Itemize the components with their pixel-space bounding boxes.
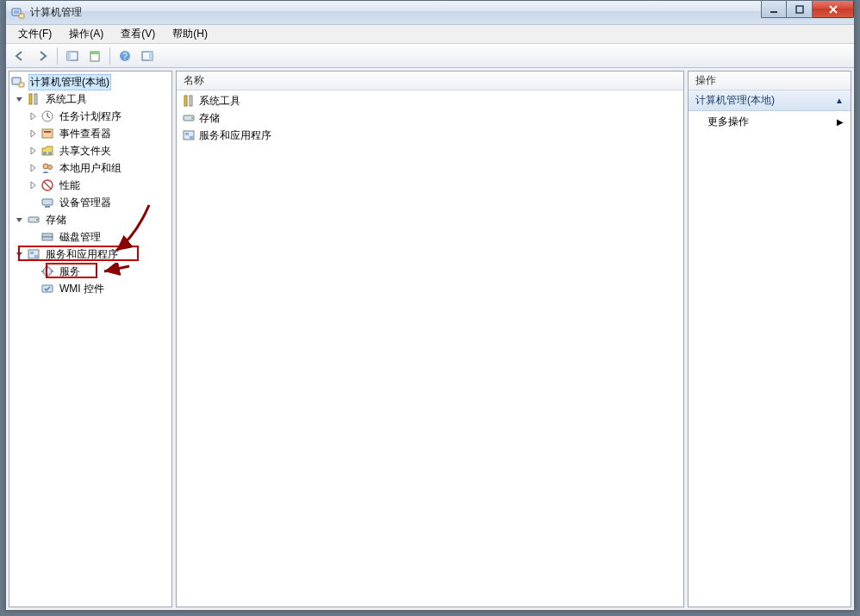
tree-label: 设备管理器 bbox=[58, 196, 113, 210]
gear-icon bbox=[41, 264, 54, 278]
performance-icon bbox=[41, 178, 54, 192]
expander-open-icon[interactable] bbox=[15, 249, 25, 259]
properties-button[interactable] bbox=[84, 47, 105, 65]
svg-rect-6 bbox=[67, 52, 71, 60]
svg-text:?: ? bbox=[122, 52, 128, 61]
svg-point-23 bbox=[48, 165, 53, 170]
expander-closed-icon[interactable] bbox=[28, 111, 39, 121]
help-button[interactable]: ? bbox=[115, 47, 135, 65]
list-item-system-tools[interactable]: 系统工具 bbox=[180, 92, 680, 109]
expander-closed-icon[interactable] bbox=[28, 163, 39, 173]
tree-label: WMI 控件 bbox=[58, 282, 106, 296]
menu-action[interactable]: 操作(A) bbox=[60, 25, 112, 43]
wmi-icon bbox=[41, 282, 54, 296]
tree-task-scheduler[interactable]: 任务计划程序 bbox=[9, 108, 171, 125]
svg-rect-42 bbox=[185, 133, 189, 135]
svg-rect-1 bbox=[14, 10, 19, 14]
tree-services-and-apps[interactable]: 服务和应用程序 bbox=[9, 246, 171, 263]
tree-disk-management[interactable]: 磁盘管理 bbox=[9, 228, 171, 246]
actions-section-title: 计算机管理(本地) bbox=[695, 93, 775, 108]
tree-label: 共享文件夹 bbox=[58, 144, 113, 159]
window-title: 计算机管理 bbox=[30, 5, 82, 20]
shared-folders-icon bbox=[41, 144, 54, 158]
tree-storage[interactable]: 存储 bbox=[9, 211, 171, 228]
expander-closed-icon[interactable] bbox=[28, 146, 39, 156]
tree-root-node[interactable]: 计算机管理(本地) bbox=[9, 73, 171, 90]
tree-event-viewer[interactable]: 事件查看器 bbox=[9, 125, 171, 142]
tree-label: 磁盘管理 bbox=[58, 230, 103, 245]
list-item-label: 服务和应用程序 bbox=[199, 128, 271, 143]
svg-rect-14 bbox=[19, 83, 24, 87]
close-button[interactable] bbox=[813, 1, 854, 18]
expander-open-icon[interactable] bbox=[15, 215, 25, 225]
computer-management-icon bbox=[11, 6, 25, 20]
show-hide-tree-button[interactable] bbox=[62, 47, 83, 65]
minimize-button[interactable] bbox=[761, 1, 787, 18]
tree-performance[interactable]: 性能 bbox=[9, 177, 171, 194]
tree-label: 计算机管理(本地) bbox=[28, 74, 111, 90]
actions-section-header[interactable]: 计算机管理(本地) ▲ bbox=[689, 90, 851, 111]
menubar: 文件(F) 操作(A) 查看(V) 帮助(H) bbox=[6, 25, 854, 44]
tree-system-tools[interactable]: 系统工具 bbox=[9, 90, 171, 108]
menu-help[interactable]: 帮助(H) bbox=[164, 25, 216, 43]
tree-label: 系统工具 bbox=[44, 92, 89, 107]
expander-closed-icon[interactable] bbox=[28, 180, 39, 190]
device-manager-icon bbox=[41, 196, 54, 209]
tree-label: 任务计划程序 bbox=[58, 109, 123, 124]
action-more-actions[interactable]: 更多操作 ▶ bbox=[689, 111, 851, 133]
tree-label: 本地用户和组 bbox=[58, 161, 123, 176]
services-apps-icon bbox=[27, 247, 41, 261]
tree-local-users[interactable]: 本地用户和组 bbox=[9, 159, 171, 177]
svg-rect-37 bbox=[184, 96, 187, 106]
forward-button[interactable] bbox=[32, 47, 53, 65]
svg-rect-12 bbox=[149, 52, 153, 60]
services-apps-icon bbox=[182, 128, 196, 142]
tree-device-manager[interactable]: 设备管理器 bbox=[9, 194, 171, 211]
list-item-label: 系统工具 bbox=[199, 94, 240, 109]
svg-rect-19 bbox=[44, 131, 51, 133]
tree-label: 服务 bbox=[58, 264, 82, 279]
menu-file[interactable]: 文件(F) bbox=[9, 25, 60, 43]
tree-label: 存储 bbox=[44, 213, 68, 227]
tree-shared-folders[interactable]: 共享文件夹 bbox=[9, 142, 171, 159]
list-body[interactable]: 系统工具 存储 服务和应用程序 bbox=[177, 90, 683, 146]
client-area: 计算机管理(本地) 系统工具 bbox=[6, 68, 854, 610]
svg-point-22 bbox=[43, 164, 48, 169]
list-item-services-and-apps[interactable]: 服务和应用程序 bbox=[180, 127, 680, 144]
list-item-label: 存储 bbox=[199, 111, 220, 126]
console-tree[interactable]: 计算机管理(本地) 系统工具 bbox=[9, 72, 171, 299]
maximize-button[interactable] bbox=[787, 1, 813, 18]
actions-header: 操作 bbox=[689, 72, 851, 90]
tree-wmi-control[interactable]: WMI 控件 bbox=[9, 280, 171, 297]
computer-management-icon bbox=[11, 75, 25, 89]
svg-rect-2 bbox=[19, 14, 24, 18]
list-column-header-name[interactable]: 名称 bbox=[177, 72, 683, 90]
list-pane: 名称 系统工具 存储 服务 bbox=[176, 71, 684, 607]
tree-pane: 计算机管理(本地) 系统工具 bbox=[9, 71, 172, 607]
tree-label: 性能 bbox=[58, 178, 82, 193]
svg-rect-32 bbox=[30, 252, 34, 254]
svg-point-20 bbox=[43, 152, 47, 155]
show-hide-action-pane-button[interactable] bbox=[137, 47, 158, 65]
svg-rect-4 bbox=[796, 6, 803, 13]
list-item-storage[interactable]: 存储 bbox=[180, 109, 680, 127]
collapse-icon[interactable]: ▲ bbox=[835, 96, 844, 105]
svg-point-28 bbox=[36, 219, 38, 221]
toolbar-separator bbox=[109, 47, 110, 65]
svg-rect-43 bbox=[190, 136, 193, 139]
event-viewer-icon bbox=[41, 127, 54, 140]
menu-view[interactable]: 查看(V) bbox=[112, 25, 164, 43]
expander-open-icon[interactable] bbox=[15, 94, 25, 104]
expander-closed-icon[interactable] bbox=[28, 128, 39, 139]
tree-services[interactable]: 服务 bbox=[9, 263, 171, 280]
svg-rect-26 bbox=[45, 206, 50, 208]
clock-icon bbox=[41, 109, 54, 123]
svg-rect-18 bbox=[42, 129, 53, 138]
svg-rect-30 bbox=[42, 237, 53, 240]
back-button[interactable] bbox=[9, 47, 30, 65]
toolbar-separator bbox=[57, 47, 58, 65]
svg-rect-15 bbox=[29, 94, 32, 104]
action-link-label: 更多操作 bbox=[707, 115, 749, 129]
system-tools-icon bbox=[182, 94, 196, 108]
titlebar[interactable]: 计算机管理 bbox=[6, 1, 854, 25]
